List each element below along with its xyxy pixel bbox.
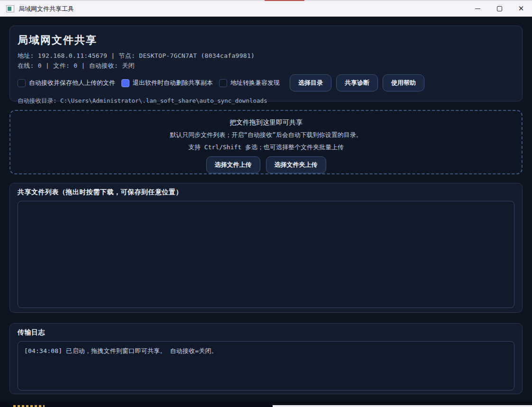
checkbox-auto-receive[interactable]: 自动接收并保存他人上传的文件 [18, 79, 115, 87]
shared-files-title: 共享文件列表（拖出时按需下载，可保存到任意位置） [18, 188, 514, 197]
transfer-log-box[interactable]: [04:34:08] 已启动，拖拽文件到窗口即可共享。 自动接收=关闭。 [18, 341, 514, 390]
maximize-icon [497, 6, 502, 11]
address-line: 地址: 192.168.0.11:45679 | 节点: DESKTOP-7GC… [18, 52, 514, 60]
minimize-icon [475, 9, 480, 9]
checkbox-nat-discovery-label: 地址转换兼容发现 [230, 79, 280, 87]
app-icon-glyph [8, 7, 11, 11]
header-buttons: 选择目录 共享诊断 使用帮助 [290, 74, 424, 91]
window-controls: ✕ [467, 1, 532, 17]
auto-receive-dir: 自动接收目录: C:\Users\Administrator\.lan_soft… [18, 97, 514, 105]
page-title: 局域网文件共享 [18, 33, 514, 47]
checkbox-delete-on-exit-label: 退出软件时自动删除共享副本 [133, 79, 213, 87]
checkbox-auto-receive-label: 自动接收并保存他人上传的文件 [29, 79, 115, 87]
close-button[interactable]: ✕ [510, 1, 532, 17]
desktop-icon-sliver [13, 405, 45, 407]
minimize-button[interactable] [467, 1, 488, 17]
window-title: 局域网文件共享工具 [18, 5, 74, 13]
header-panel: 局域网文件共享 地址: 192.168.0.11:45679 | 节点: DES… [9, 26, 523, 101]
dropzone-line3: 支持 Ctrl/Shift 多选；也可选择整个文件夹批量上传 [10, 143, 522, 152]
checkbox-delete-on-exit-box[interactable] [121, 79, 129, 87]
file-drop-zone[interactable]: 把文件拖到这里即可共享 默认只同步文件列表；开启“自动接收”后会自动下载到你设置… [9, 110, 523, 174]
checkbox-nat-discovery[interactable]: 地址转换兼容发现 [219, 79, 280, 87]
help-button[interactable]: 使用帮助 [383, 74, 424, 91]
choose-directory-button[interactable]: 选择目录 [290, 74, 331, 91]
dropzone-buttons: 选择文件上传 选择文件夹上传 [10, 156, 522, 173]
status-line: 在线: 0 | 文件: 0 | 自动接收: 关闭 [18, 62, 514, 70]
share-diagnostics-button[interactable]: 共享诊断 [336, 74, 378, 91]
app-window: 局域网文件共享工具 ✕ 局域网文件共享 地址: 192.168.0.11:456… [0, 0, 532, 407]
dropzone-line2: 默认只同步文件列表；开启“自动接收”后会自动下载到你设置的目录。 [10, 131, 522, 139]
checkbox-delete-on-exit[interactable]: 退出软件时自动删除共享副本 [121, 79, 213, 87]
header-controls-row: 自动接收并保存他人上传的文件 退出软件时自动删除共享副本 地址转换兼容发现 选择… [18, 74, 514, 91]
maximize-button[interactable] [488, 1, 510, 17]
select-folder-upload-button[interactable]: 选择文件夹上传 [266, 156, 326, 173]
titlebar: 局域网文件共享工具 ✕ [0, 1, 532, 17]
transfer-log-title: 传输日志 [18, 328, 514, 337]
shared-files-list[interactable] [18, 201, 514, 308]
select-files-upload-button[interactable]: 选择文件上传 [206, 156, 260, 173]
dropzone-line1: 把文件拖到这里即可共享 [10, 118, 522, 127]
taskbar-sliver [273, 405, 532, 407]
checkbox-nat-discovery-box[interactable] [219, 79, 227, 87]
shared-files-panel: 共享文件列表（拖出时按需下载，可保存到任意位置） [9, 183, 523, 313]
app-icon [6, 5, 14, 12]
transfer-log-panel: 传输日志 [04:34:08] 已启动，拖拽文件到窗口即可共享。 自动接收=关闭… [9, 323, 523, 394]
log-entry: [04:34:08] 已启动，拖拽文件到窗口即可共享。 自动接收=关闭。 [24, 347, 508, 355]
checkbox-auto-receive-box[interactable] [18, 79, 26, 87]
close-icon: ✕ [518, 5, 524, 12]
